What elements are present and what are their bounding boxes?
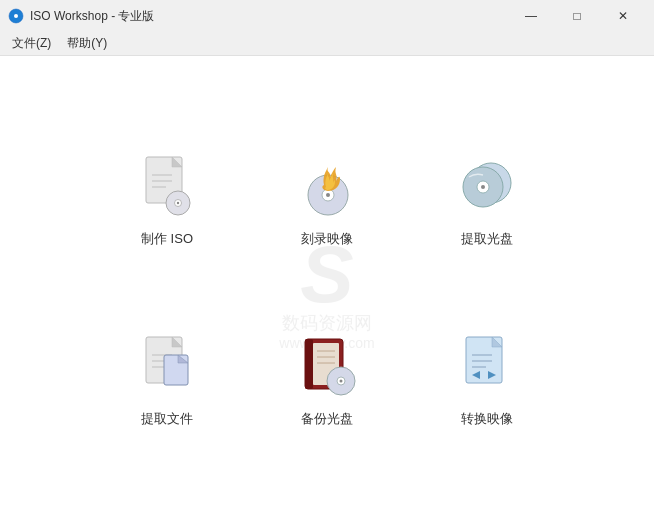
backup-disc-label: 备份光盘 [301, 410, 353, 428]
maximize-button[interactable]: □ [554, 0, 600, 32]
burn-image-label: 刻录映像 [301, 230, 353, 248]
backup-disc-icon [295, 332, 359, 396]
extract-file-icon [135, 332, 199, 396]
svg-rect-27 [305, 339, 313, 389]
main-content: S 数码资源网 www.smzy.com [0, 56, 654, 523]
minimize-button[interactable]: — [508, 0, 554, 32]
convert-image-button[interactable]: 转换映像 [407, 290, 567, 470]
backup-disc-button[interactable]: 备份光盘 [247, 290, 407, 470]
extract-disc-icon [455, 152, 519, 216]
burn-icon [295, 152, 359, 216]
extract-disc-button[interactable]: 提取光盘 [407, 110, 567, 290]
make-iso-label: 制作 ISO [141, 230, 193, 248]
svg-point-9 [177, 201, 179, 203]
convert-icon [455, 332, 519, 396]
extract-file-button[interactable]: 提取文件 [87, 290, 247, 470]
make-iso-button[interactable]: 制作 ISO [87, 110, 247, 290]
convert-image-label: 转换映像 [461, 410, 513, 428]
close-button[interactable]: ✕ [600, 0, 646, 32]
svg-rect-24 [164, 355, 188, 385]
svg-point-34 [340, 379, 343, 382]
menu-bar: 文件(Z) 帮助(Y) [0, 32, 654, 56]
title-text: ISO Workshop - 专业版 [30, 8, 508, 25]
burn-image-button[interactable]: 刻录映像 [247, 110, 407, 290]
extract-disc-label: 提取光盘 [461, 230, 513, 248]
menu-file[interactable]: 文件(Z) [4, 33, 59, 54]
svg-point-12 [326, 193, 330, 197]
svg-point-18 [481, 185, 485, 189]
extract-file-label: 提取文件 [141, 410, 193, 428]
title-bar: ISO Workshop - 专业版 — □ ✕ [0, 0, 654, 32]
menu-help[interactable]: 帮助(Y) [59, 33, 115, 54]
icon-grid: 制作 ISO 刻录映像 [87, 110, 567, 470]
svg-point-1 [14, 14, 18, 18]
app-icon [8, 8, 24, 24]
window-controls: — □ ✕ [508, 0, 646, 32]
make-iso-icon [135, 152, 199, 216]
